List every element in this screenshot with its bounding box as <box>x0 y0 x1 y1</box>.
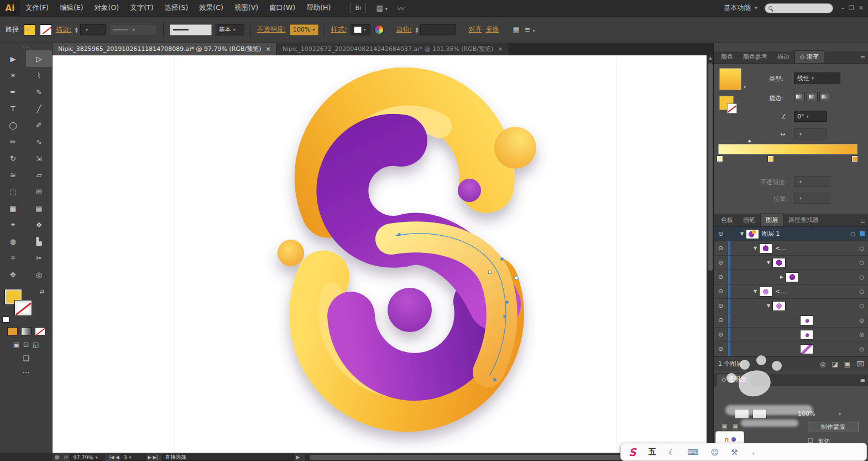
arrange-documents-icon[interactable]: ▦ <box>376 4 387 12</box>
menu-edit[interactable]: 编辑(E) <box>54 0 89 17</box>
none-mode-button[interactable] <box>35 327 45 335</box>
expand-arrow-icon[interactable]: ▼ <box>751 289 759 294</box>
ime-engine-logo[interactable]: S <box>629 446 636 458</box>
recolor-artwork-icon[interactable] <box>374 25 384 34</box>
status-expand-icon[interactable]: ▶ <box>296 454 300 460</box>
gradient-ramp[interactable] <box>718 144 857 154</box>
stroke-panel-link[interactable]: 描边: <box>56 25 71 34</box>
draw-normal-button[interactable]: ▣ <box>13 341 19 349</box>
make-clip-mask-icon[interactable]: ◪ <box>832 360 838 368</box>
gradient-stop[interactable] <box>717 156 723 162</box>
visibility-eye-icon[interactable]: ⊙ <box>714 313 728 327</box>
graph-tool[interactable]: ▙ <box>26 233 52 250</box>
magic-wand-tool[interactable]: ✶ <box>0 67 26 84</box>
status-clock-icon[interactable]: ◷ <box>64 454 69 460</box>
tab-color[interactable]: 颜色 <box>716 51 738 63</box>
visibility-eye-icon[interactable]: ⊙ <box>714 342 728 356</box>
first-artboard-icon[interactable]: |◀ <box>109 455 114 460</box>
new-layer-icon[interactable]: ▣ <box>844 360 850 368</box>
stroke-color-box[interactable] <box>15 301 32 315</box>
blend-mode-field-2[interactable] <box>752 409 767 419</box>
width-tool[interactable]: ≋ <box>0 167 26 183</box>
panel-menu-icon[interactable]: ≡ <box>860 217 865 226</box>
perspective-grid-tool[interactable]: ⊞ <box>26 183 52 200</box>
slice-tool[interactable]: ✂ <box>26 250 52 266</box>
minimize-icon[interactable]: – <box>841 4 844 12</box>
status-tool-field[interactable]: 直接选择 <box>162 454 294 461</box>
target-circle-icon[interactable]: ○ <box>859 288 864 294</box>
target-circle-icon[interactable]: ○ <box>859 274 864 280</box>
layer-row[interactable]: ⊙ ◎ <box>714 342 868 356</box>
expand-arrow-icon[interactable]: ▼ <box>765 303 772 308</box>
gradient-stroke-across-button[interactable] <box>819 92 830 101</box>
menu-select[interactable]: 选择(S) <box>159 0 194 17</box>
restore-icon[interactable]: ❐ <box>849 4 854 12</box>
tab-close-icon[interactable]: × <box>266 45 271 53</box>
isolate-icon[interactable]: ▦ <box>513 25 519 34</box>
next-artboard-icon[interactable]: ▶ <box>148 455 151 460</box>
visibility-eye-icon[interactable]: ⊙ <box>714 299 728 313</box>
layer-name[interactable]: <... <box>775 288 786 295</box>
screen-mode-button[interactable]: ❏ <box>23 354 29 362</box>
opacity-dropdown-icon[interactable] <box>836 410 841 417</box>
more-options-icon[interactable]: ≡ <box>525 25 535 34</box>
visibility-eye-icon[interactable]: ⊙ <box>714 241 728 255</box>
zoom-level-dropdown[interactable]: 97.79% <box>70 454 104 461</box>
artboard-tool[interactable]: ⌗ <box>0 250 26 266</box>
tab-layers[interactable]: 图层 <box>760 214 783 226</box>
style-link[interactable]: 样式: <box>331 25 347 34</box>
artboard-number-field[interactable]: 3 <box>121 454 146 461</box>
ime-moon-icon[interactable]: ☾ <box>668 448 676 457</box>
edit-toolbar-button[interactable]: ⋯ <box>23 368 30 376</box>
tab-color-guide[interactable]: 颜色参考 <box>738 51 772 63</box>
ime-person-icon[interactable]: ☺ <box>710 448 719 457</box>
stroke-weight-field[interactable] <box>80 24 106 35</box>
layer-name[interactable]: 图层 1 <box>762 230 780 238</box>
selection-indicator[interactable] <box>860 231 865 236</box>
make-mask-button[interactable]: 制作蒙版 <box>808 422 859 432</box>
hand-tool[interactable]: ✥ <box>0 266 26 283</box>
status-grid-icon[interactable]: ▦ <box>55 454 60 460</box>
fill-color-swatch[interactable] <box>24 24 36 35</box>
pencil-tool[interactable]: ✏ <box>0 133 26 150</box>
workspace-switcher[interactable]: 基本功能 <box>724 3 757 13</box>
type-tool[interactable]: T <box>0 100 26 117</box>
expand-arrow-icon[interactable]: ▶ <box>778 274 786 279</box>
lasso-tool[interactable]: ⌇ <box>26 67 52 84</box>
stroke-weight-stepper[interactable]: ▲▼ <box>75 27 78 33</box>
style-dropdown[interactable] <box>351 24 370 35</box>
stroke-color-swatch[interactable] <box>40 24 52 35</box>
document-tab[interactable]: Nipic_3825965_20191026111814708089.ai* @… <box>53 43 277 55</box>
canvas-vertical-scrollbar[interactable]: ▲ ▼ <box>707 55 713 453</box>
transparency-opacity-value[interactable]: 100% <box>798 410 815 417</box>
gradient-mode-button[interactable] <box>21 327 32 335</box>
layer-row[interactable]: ⊙ ▼ ○ <box>714 256 868 270</box>
shape-builder-tool[interactable]: ⬚ <box>0 183 26 200</box>
canvas[interactable] <box>53 55 707 453</box>
gradient-swatch-dropdown-icon[interactable]: ▾ <box>744 85 746 90</box>
aspect-ratio-field[interactable] <box>794 128 827 139</box>
visibility-eye-icon[interactable]: ⊙ <box>714 227 728 241</box>
target-circle-icon[interactable]: ○ <box>859 303 864 309</box>
opacity-field[interactable]: 100% <box>290 24 318 35</box>
layer-row[interactable]: ⊙ ▼ 图层 1 ○ <box>714 227 868 241</box>
line-segment-tool[interactable]: ╱ <box>26 100 52 117</box>
gradient-fill-swatch[interactable] <box>719 68 741 90</box>
shaper-tool[interactable]: ∿ <box>26 133 52 150</box>
document-tab[interactable]: Nipic_10922672_20200408214242684037.ai* … <box>277 43 509 55</box>
menu-window[interactable]: 窗口(W) <box>264 0 301 17</box>
corner-stepper[interactable]: ▲▼ <box>416 27 419 33</box>
default-fill-stroke-icon[interactable] <box>2 317 9 323</box>
tab-gradient[interactable]: ◇ 渐变 <box>794 50 824 63</box>
layer-row[interactable]: ⊙ ◎ <box>714 328 868 342</box>
target-circle-icon[interactable]: ○ <box>859 260 864 266</box>
tab-swatches[interactable]: 色板 <box>716 214 738 226</box>
brush-definition-dropdown[interactable]: 基本 <box>216 24 244 35</box>
horizontal-scroll-thumb[interactable] <box>310 455 647 460</box>
transform-link[interactable]: 变换 <box>485 25 499 34</box>
tab-transparency[interactable]: ◇ 透明度 <box>716 373 752 386</box>
target-circle-icon[interactable]: ◎ <box>859 331 864 338</box>
artboard-artwork[interactable] <box>53 55 707 453</box>
gradient-stop[interactable] <box>768 156 773 162</box>
mesh-tool[interactable]: ▦ <box>0 200 26 216</box>
